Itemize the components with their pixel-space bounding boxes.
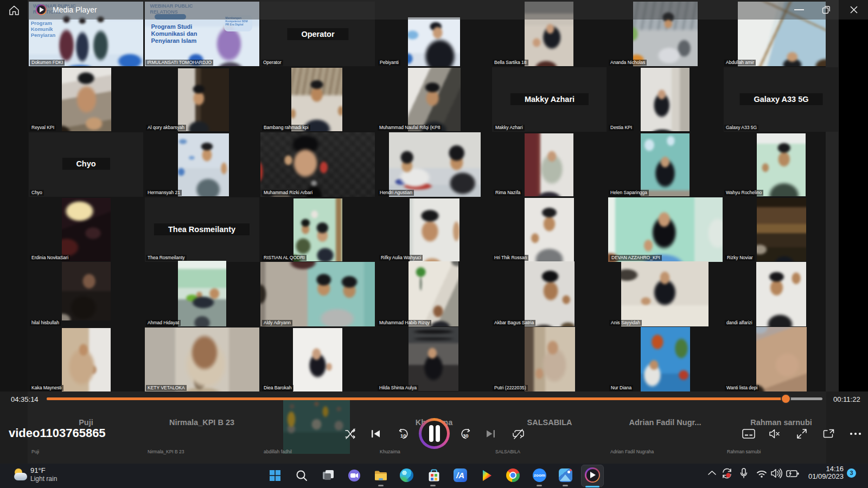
svg-text:30: 30 bbox=[463, 433, 469, 439]
svg-text:10: 10 bbox=[400, 433, 406, 439]
